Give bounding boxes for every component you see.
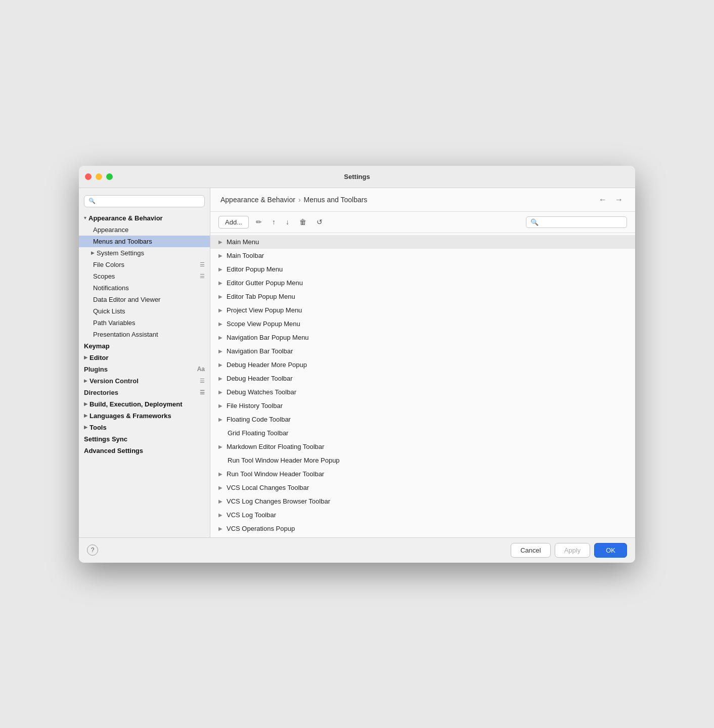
menu-item-file-history-toolbar[interactable]: ▶ File History Toolbar: [210, 399, 635, 413]
chevron-right-icon: ▶: [218, 266, 222, 272]
close-button[interactable]: [85, 173, 92, 180]
back-button[interactable]: ←: [597, 194, 609, 205]
menu-item-debug-header-more[interactable]: ▶ Debug Header More Popup: [210, 358, 635, 372]
chevron-right-icon: ▶: [218, 512, 222, 518]
help-button[interactable]: ?: [87, 544, 98, 556]
window-title: Settings: [344, 173, 370, 180]
menu-item-nav-bar-toolbar[interactable]: ▶ Navigation Bar Toolbar: [210, 344, 635, 358]
menu-item-editor-gutter-popup[interactable]: ▶ Editor Gutter Popup Menu: [210, 276, 635, 290]
sidebar-section-tools[interactable]: ▶ Tools: [79, 422, 210, 433]
sidebar-search-container[interactable]: 🔍: [84, 195, 205, 207]
chevron-right-icon: ▶: [218, 294, 222, 299]
delete-icon: 🗑: [299, 218, 306, 226]
add-button[interactable]: Add...: [218, 216, 249, 229]
sidebar-search-input[interactable]: [98, 198, 200, 205]
move-up-icon: ↑: [272, 218, 276, 226]
menu-item-vcs-log-toolbar[interactable]: ▶ VCS Log Toolbar: [210, 508, 635, 522]
menu-item-debug-watches-toolbar[interactable]: ▶ Debug Watches Toolbar: [210, 385, 635, 399]
menu-item-vcs-operations-popup[interactable]: ▶ VCS Operations Popup: [210, 522, 635, 535]
version-control-icon: ☰: [200, 378, 205, 384]
chevron-right-icon: ▶: [218, 348, 222, 354]
sidebar-item-file-colors[interactable]: File Colors ☰: [79, 259, 210, 270]
sidebar-section-languages[interactable]: ▶ Languages & Frameworks: [79, 410, 210, 422]
toolbar-search-container[interactable]: 🔍: [526, 216, 627, 228]
sidebar-section-keymap[interactable]: Keymap: [79, 340, 210, 352]
menu-item-debug-header-toolbar[interactable]: ▶ Debug Header Toolbar: [210, 372, 635, 385]
sidebar-section-label: Appearance & Behavior: [88, 214, 163, 222]
chevron-right-icon: ▶: [218, 280, 222, 286]
sidebar-section-editor[interactable]: ▶ Editor: [79, 352, 210, 363]
menu-item-nav-bar-popup[interactable]: ▶ Navigation Bar Popup Menu: [210, 331, 635, 344]
chevron-right-icon: ▶: [218, 335, 222, 340]
sidebar: 🔍 ▾ Appearance & Behavior Appearance Men…: [79, 188, 210, 537]
move-down-button[interactable]: ↓: [283, 216, 292, 228]
chevron-right-icon: ▶: [91, 250, 95, 255]
breadcrumb: Appearance & Behavior › Menus and Toolba…: [220, 196, 367, 204]
window-controls: [85, 173, 113, 180]
ok-button[interactable]: OK: [594, 543, 627, 558]
titlebar: Settings: [79, 166, 635, 188]
sidebar-section-settings-sync[interactable]: Settings Sync: [79, 433, 210, 445]
minimize-button[interactable]: [96, 173, 102, 180]
menu-item-run-tool-header-more[interactable]: Run Tool Window Header More Popup: [210, 453, 635, 467]
menu-items-list: ▶ Main Menu ▶ Main Toolbar ▶ Editor Popu…: [210, 233, 635, 537]
sidebar-item-system-settings[interactable]: ▶ System Settings: [79, 247, 210, 259]
sidebar-item-notifications[interactable]: Notifications: [79, 282, 210, 294]
sidebar-item-presentation-assistant[interactable]: Presentation Assistant: [79, 329, 210, 340]
detail-header: Appearance & Behavior › Menus and Toolba…: [210, 188, 635, 212]
menu-item-scope-view-popup[interactable]: ▶ Scope View Popup Menu: [210, 317, 635, 331]
chevron-right-icon: ▶: [218, 389, 222, 395]
chevron-right-icon: ▶: [218, 307, 222, 313]
sidebar-section-directories[interactable]: Directories ☰: [79, 387, 210, 398]
chevron-down-icon: ▾: [84, 215, 86, 220]
edit-button[interactable]: ✏: [253, 216, 265, 228]
toolbar-search-input[interactable]: [541, 218, 622, 225]
toolbar-search-icon: 🔍: [530, 218, 539, 226]
menu-item-vcs-local-changes[interactable]: ▶ VCS Local Changes Toolbar: [210, 481, 635, 494]
settings-window: Settings 🔍 ▾ Appearance & Behavior Appea…: [79, 166, 635, 563]
main-content: 🔍 ▾ Appearance & Behavior Appearance Men…: [79, 188, 635, 537]
sidebar-item-quick-lists[interactable]: Quick Lists: [79, 305, 210, 317]
delete-button[interactable]: 🗑: [296, 216, 309, 228]
scopes-icon: ☰: [200, 273, 205, 280]
menu-item-project-view-popup[interactable]: ▶ Project View Popup Menu: [210, 303, 635, 317]
menu-item-markdown-editor-floating[interactable]: ▶ Markdown Editor Floating Toolbar: [210, 440, 635, 453]
sidebar-section-appearance-behavior[interactable]: ▾ Appearance & Behavior: [79, 212, 210, 224]
maximize-button[interactable]: [106, 173, 113, 180]
forward-button[interactable]: →: [613, 194, 625, 205]
search-icon: 🔍: [88, 198, 96, 204]
menu-item-vcs-log-changes-browser[interactable]: ▶ VCS Log Changes Browser Toolbar: [210, 494, 635, 508]
move-up-button[interactable]: ↑: [269, 216, 279, 228]
chevron-right-icon-build: ▶: [84, 401, 87, 406]
cancel-button[interactable]: Cancel: [511, 543, 550, 558]
chevron-right-icon: ▶: [218, 444, 222, 449]
sidebar-item-scopes[interactable]: Scopes ☰: [79, 270, 210, 282]
menu-item-floating-code-toolbar[interactable]: ▶ Floating Code Toolbar: [210, 413, 635, 426]
sidebar-item-appearance[interactable]: Appearance: [79, 224, 210, 236]
apply-button[interactable]: Apply: [555, 543, 591, 558]
detail-toolbar: Add... ✏ ↑ ↓ 🗑 ↺ 🔍: [210, 212, 635, 233]
file-colors-icon: ☰: [200, 261, 205, 268]
menu-item-editor-popup[interactable]: ▶ Editor Popup Menu: [210, 262, 635, 276]
menu-item-main-menu[interactable]: ▶ Main Menu: [210, 235, 635, 249]
chevron-right-icon: ▶: [218, 239, 222, 245]
sidebar-section-build[interactable]: ▶ Build, Execution, Deployment: [79, 398, 210, 410]
menu-item-grid-floating-toolbar[interactable]: Grid Floating Toolbar: [210, 426, 635, 440]
breadcrumb-parent: Appearance & Behavior: [220, 196, 295, 204]
revert-button[interactable]: ↺: [314, 216, 326, 228]
menu-item-main-toolbar[interactable]: ▶ Main Toolbar: [210, 249, 635, 262]
sidebar-section-plugins[interactable]: Plugins Aa: [79, 363, 210, 375]
chevron-right-icon-editor: ▶: [84, 355, 87, 360]
menu-item-run-tool-header-toolbar[interactable]: ▶ Run Tool Window Header Toolbar: [210, 467, 635, 481]
sidebar-section-version-control[interactable]: ▶ Version Control ☰: [79, 375, 210, 387]
chevron-right-icon: ▶: [218, 471, 222, 477]
sidebar-item-menus-toolbars[interactable]: Menus and Toolbars: [79, 236, 210, 247]
menu-item-editor-tab-popup[interactable]: ▶ Editor Tab Popup Menu: [210, 290, 635, 303]
sidebar-item-data-editor[interactable]: Data Editor and Viewer: [79, 294, 210, 305]
plugins-icon: Aa: [197, 366, 205, 373]
sidebar-section-advanced-settings[interactable]: Advanced Settings: [79, 445, 210, 457]
menu-item-label: Main Menu: [227, 238, 627, 246]
chevron-right-icon-vc: ▶: [84, 378, 87, 383]
sidebar-item-path-variables[interactable]: Path Variables: [79, 317, 210, 329]
chevron-right-icon-lang: ▶: [84, 413, 87, 418]
